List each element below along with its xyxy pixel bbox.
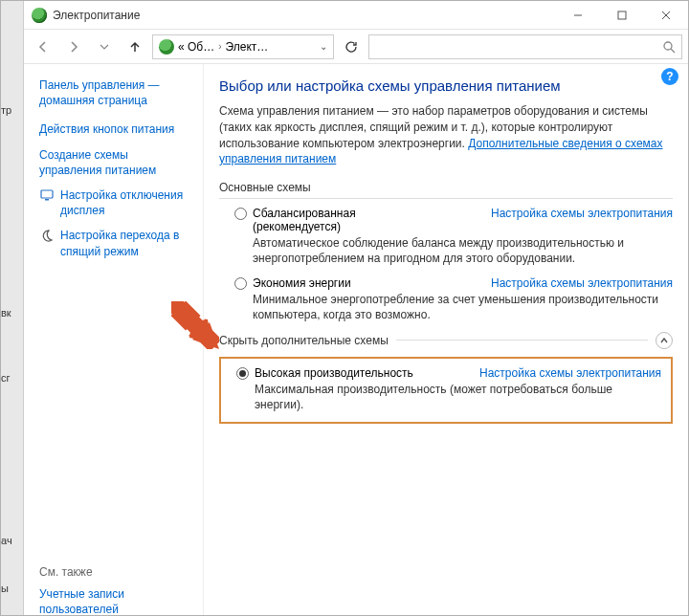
- plan-name[interactable]: Высокая производительность: [255, 366, 413, 380]
- search-input[interactable]: [368, 34, 682, 59]
- plan-power-saver: Экономия энергии Настройка схемы электро…: [219, 276, 673, 322]
- sidebar-item-label: Учетные записи пользователей: [39, 586, 193, 616]
- nav-back-button[interactable]: [30, 33, 56, 60]
- nav-up-button[interactable]: [122, 33, 148, 60]
- plan-settings-link[interactable]: Настройка схемы электропитания: [491, 276, 673, 290]
- svg-rect-1: [618, 11, 626, 19]
- search-icon: [662, 40, 676, 54]
- sidebar-link-sleep[interactable]: Настройка перехода в спящий режим: [39, 228, 193, 258]
- divider: [219, 198, 673, 199]
- plan-high-performance: Высокая производительность Настройка схе…: [227, 366, 661, 412]
- plan-name[interactable]: Сбалансированная (рекомендуется): [253, 207, 356, 233]
- maximize-button[interactable]: [600, 1, 644, 30]
- plan-name[interactable]: Экономия энергии: [253, 276, 351, 290]
- plan-balanced: Сбалансированная (рекомендуется) Настрой…: [219, 207, 673, 266]
- background-fragment: тр вк сг ач ы: [1, 1, 24, 616]
- sidebar-item-label: Действия кнопок питания: [39, 121, 174, 137]
- highlight-annotation: Высокая производительность Настройка схе…: [219, 357, 673, 424]
- nav-forward-button[interactable]: [60, 33, 87, 60]
- see-also-section: См. также Учетные записи пользователей: [39, 565, 193, 616]
- sidebar: Панель управления — домашняя страница Де…: [24, 64, 204, 615]
- chevron-right-icon: ›: [218, 41, 221, 52]
- sidebar-link-create-plan[interactable]: Создание схемы управления питанием: [39, 147, 193, 178]
- content-body: Панель управления — домашняя страница Де…: [24, 64, 688, 615]
- chevron-down-icon[interactable]: ⌄: [320, 41, 327, 52]
- radio-high-performance[interactable]: [236, 367, 249, 380]
- moon-icon: [39, 228, 55, 243]
- control-panel-home-link[interactable]: Панель управления — домашняя страница: [39, 77, 193, 108]
- window-controls: [556, 1, 688, 30]
- radio-balanced[interactable]: [234, 208, 247, 220]
- power-options-icon: [32, 8, 47, 23]
- intro-text: Схема управления питанием — это набор па…: [219, 103, 673, 167]
- divider: [396, 340, 648, 341]
- svg-rect-7: [45, 199, 49, 201]
- sidebar-item-label: Настройка перехода в спящий режим: [60, 228, 193, 258]
- sidebar-link-power-buttons[interactable]: Действия кнопок питания: [39, 121, 193, 137]
- sidebar-item-label: Настройка отключения дисплея: [60, 187, 193, 218]
- display-icon: [39, 187, 55, 203]
- plan-desc: Максимальная производительность (может п…: [255, 382, 661, 412]
- titlebar: Электропитание: [24, 1, 688, 30]
- collapse-button[interactable]: [656, 332, 673, 349]
- minimize-button[interactable]: [556, 1, 600, 30]
- svg-point-4: [664, 42, 672, 50]
- refresh-button[interactable]: [338, 33, 365, 60]
- extra-plans-label: Скрыть дополнительные схемы: [219, 334, 389, 347]
- section-main-plans: Основные схемы: [219, 181, 673, 194]
- plan-settings-link[interactable]: Настройка схемы электропитания: [491, 207, 673, 220]
- help-button[interactable]: ?: [661, 68, 678, 85]
- close-button[interactable]: [644, 1, 688, 30]
- address-bar[interactable]: « Об… › Элект… ⌄: [152, 34, 334, 59]
- see-also-user-accounts-link[interactable]: Учетные записи пользователей: [39, 586, 193, 616]
- window-title: Электропитание: [53, 9, 140, 22]
- main-panel: ? Выбор или настройка схемы управления п…: [204, 64, 688, 615]
- sidebar-link-display-off[interactable]: Настройка отключения дисплея: [39, 187, 193, 218]
- window: тр вк сг ач ы Электропитание « Об… › Эле…: [0, 0, 689, 616]
- sidebar-item-label: Создание схемы управления питанием: [39, 147, 193, 178]
- page-heading: Выбор или настройка схемы управления пит…: [219, 77, 673, 94]
- navbar: « Об… › Элект… ⌄: [24, 30, 688, 64]
- see-also-header: См. также: [39, 565, 193, 579]
- plan-desc: Автоматическое соблюдение баланса между …: [253, 235, 673, 266]
- chevron-up-icon: [659, 336, 669, 345]
- extra-plans-toggle-row: Скрыть дополнительные схемы: [219, 332, 673, 349]
- plan-desc: Минимальное энергопотребление за счет ум…: [253, 292, 673, 322]
- power-options-icon: [159, 39, 174, 55]
- breadcrumb-segment[interactable]: « Об…: [178, 40, 214, 54]
- breadcrumb-segment[interactable]: Элект…: [226, 40, 269, 54]
- svg-rect-6: [41, 190, 53, 198]
- svg-line-5: [671, 49, 675, 53]
- radio-power-saver[interactable]: [234, 277, 247, 290]
- nav-recent-button[interactable]: [91, 33, 118, 60]
- plan-settings-link[interactable]: Настройка схемы электропитания: [479, 366, 661, 380]
